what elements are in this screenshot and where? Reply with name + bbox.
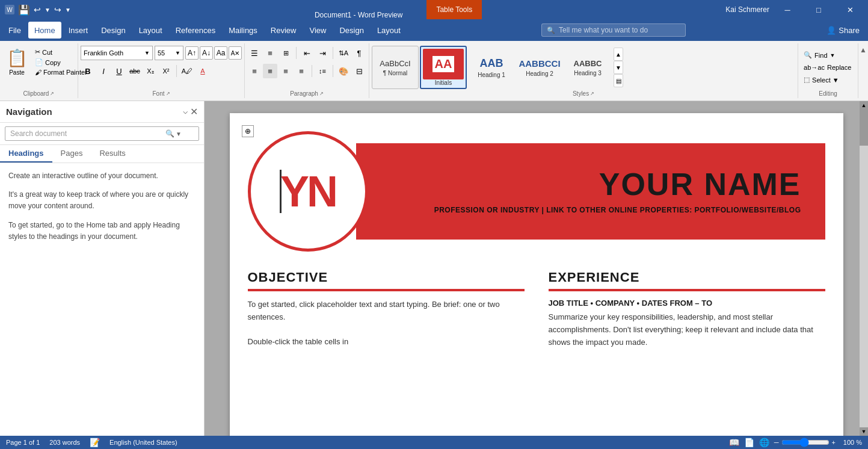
proofread-icon[interactable]: 📝: [90, 438, 100, 447]
style-normal[interactable]: AaBbCcI ¶ Normal: [372, 46, 419, 89]
paste-btn[interactable]: 📋 Paste: [2, 46, 31, 78]
nav-search-dropdown[interactable]: ▼: [176, 131, 182, 137]
ribbon-collapse[interactable]: ▲: [858, 43, 868, 98]
zoom-in-btn[interactable]: +: [832, 439, 836, 446]
replace-btn[interactable]: ab→ac Replace: [801, 63, 854, 72]
select-btn[interactable]: ⬚ Select ▼: [801, 75, 842, 85]
change-case-btn[interactable]: Aa: [214, 46, 227, 60]
text-highlight-btn[interactable]: A🖊: [180, 64, 194, 78]
initials-text[interactable]: YN: [280, 167, 336, 216]
menu-layout[interactable]: Layout: [133, 22, 168, 39]
objective-title[interactable]: OBJECTIVE: [248, 270, 525, 285]
nav-tab-headings[interactable]: Headings: [0, 145, 52, 163]
multilevel-list-btn[interactable]: ⊞: [279, 46, 293, 60]
styles-scroll-up[interactable]: ▲: [614, 48, 623, 61]
para-expand-icon[interactable]: ↗: [319, 91, 324, 96]
styles-expand-icon[interactable]: ↗: [590, 91, 594, 96]
styles-scroll-down[interactable]: ▼: [614, 61, 623, 74]
underline-btn[interactable]: U: [112, 64, 126, 78]
menu-layout2[interactable]: Layout: [371, 22, 407, 39]
zoom-slider[interactable]: [781, 438, 830, 447]
profession-text[interactable]: PROFESSION OR INDUSTRY | LINK TO OTHER O…: [434, 206, 801, 214]
nav-close-icon[interactable]: ✕: [190, 106, 198, 117]
align-left-btn[interactable]: ≡: [247, 64, 262, 78]
doc-area[interactable]: ⊕ YN YOUR NAME PROFESSION OR INDUSTRY | …: [205, 101, 868, 436]
numbered-list-btn[interactable]: ≡: [263, 46, 277, 60]
increase-font-btn[interactable]: A↑: [185, 46, 199, 60]
zoom-out-btn[interactable]: ─: [774, 439, 779, 446]
menu-design2[interactable]: Design: [333, 22, 369, 39]
increase-indent-btn[interactable]: ⇥: [315, 46, 330, 60]
print-layout-btn[interactable]: 📄: [744, 438, 754, 447]
menu-references[interactable]: References: [170, 22, 221, 39]
superscript-btn[interactable]: X²: [159, 64, 173, 78]
sort-btn[interactable]: ⇅A: [336, 46, 351, 60]
scroll-up-btn[interactable]: ▲: [860, 101, 868, 110]
justify-btn[interactable]: ≡: [294, 64, 309, 78]
decrease-font-btn[interactable]: A↓: [200, 46, 213, 60]
style-heading1[interactable]: AAB Heading 1: [468, 46, 515, 89]
menu-home[interactable]: Home: [28, 22, 61, 39]
show-hide-btn[interactable]: ¶: [352, 46, 366, 60]
scroll-thumb[interactable]: [860, 110, 868, 146]
redo-btn[interactable]: ↪: [54, 5, 61, 14]
align-center-btn[interactable]: ≡: [263, 64, 277, 78]
customize-btn[interactable]: ▼: [65, 7, 71, 13]
restore-btn[interactable]: □: [805, 0, 832, 19]
clear-format-btn[interactable]: A✕: [229, 46, 242, 60]
search-box[interactable]: 🔍 Tell me what you want to do: [541, 23, 686, 37]
quick-save[interactable]: 💾: [18, 4, 30, 16]
strikethrough-btn[interactable]: abc: [128, 64, 142, 78]
styles-expand[interactable]: ▤: [614, 74, 623, 87]
font-family-select[interactable]: Franklin Goth ▼: [81, 46, 153, 60]
scrollbar[interactable]: ▲ ▼: [860, 101, 868, 436]
web-layout-btn[interactable]: 🌐: [759, 438, 769, 447]
font-size-select[interactable]: 55 ▼: [155, 46, 183, 60]
style-heading3[interactable]: AABBC Heading 3: [564, 46, 611, 89]
line-spacing-btn[interactable]: ↕≡: [315, 64, 330, 78]
title-bar-right: Kai Schmerer ─ □ ✕: [725, 0, 863, 19]
close-btn[interactable]: ✕: [837, 0, 863, 19]
nav-tab-pages[interactable]: Pages: [52, 145, 91, 163]
italic-btn[interactable]: I: [96, 64, 111, 78]
decrease-indent-btn[interactable]: ⇤: [300, 46, 314, 60]
experience-title[interactable]: EXPERIENCE: [549, 270, 825, 285]
font-color-btn[interactable]: A: [195, 64, 210, 78]
clipboard-expand-icon[interactable]: ↗: [50, 91, 54, 96]
font-expand-icon[interactable]: ↗: [166, 91, 170, 96]
nav-settings-icon[interactable]: ⌵: [183, 106, 188, 117]
job-title[interactable]: JOB TITLE • COMPANY • DATES FROM – TO: [549, 299, 825, 308]
undo-btn[interactable]: ↩: [34, 5, 41, 14]
minimize-btn[interactable]: ─: [774, 0, 801, 19]
menu-mailings[interactable]: Mailings: [223, 22, 263, 39]
nav-tab-results[interactable]: Results: [91, 145, 134, 163]
scroll-down-btn[interactable]: ▼: [860, 427, 868, 436]
align-right-btn[interactable]: ≡: [279, 64, 293, 78]
objective-text[interactable]: To get started, click placeholder text a…: [248, 299, 525, 348]
search-input-wrapper[interactable]: Search document 🔍 ▼: [5, 126, 199, 141]
read-mode-btn[interactable]: 📖: [729, 438, 739, 447]
style-heading2[interactable]: AABBCCI Heading 2: [516, 46, 563, 89]
title-bar: W 💾 ↩ ▼ ↪ ▼ Document1 - Word Preview Tab…: [0, 0, 868, 19]
undo-dropdown[interactable]: ▼: [45, 7, 51, 13]
menu-view[interactable]: View: [303, 22, 332, 39]
menu-review[interactable]: Review: [265, 22, 303, 39]
find-btn[interactable]: 🔍 Find ▼: [801, 50, 838, 60]
find-dropdown[interactable]: ▼: [830, 52, 836, 58]
zoom-level[interactable]: 100 %: [838, 439, 862, 446]
nav-search-icon[interactable]: 🔍: [165, 129, 174, 138]
experience-text[interactable]: Summarize your key responsibilities, lea…: [549, 311, 825, 348]
menu-file[interactable]: File: [2, 22, 27, 39]
menu-insert[interactable]: Insert: [63, 22, 94, 39]
subscript-btn[interactable]: X₂: [143, 64, 158, 78]
borders-btn[interactable]: ⊟: [352, 64, 366, 78]
your-name[interactable]: YOUR NAME: [599, 169, 801, 200]
shading-btn[interactable]: 🎨: [336, 64, 351, 78]
share-btn[interactable]: 👤 Share: [820, 26, 866, 35]
style-initials[interactable]: AA Initials: [420, 46, 467, 89]
bullets-btn[interactable]: ☰: [247, 46, 262, 60]
menu-design[interactable]: Design: [95, 22, 131, 39]
initials-circle[interactable]: YN: [248, 131, 368, 252]
language[interactable]: English (United States): [109, 439, 177, 446]
bold-btn[interactable]: B: [81, 64, 95, 78]
